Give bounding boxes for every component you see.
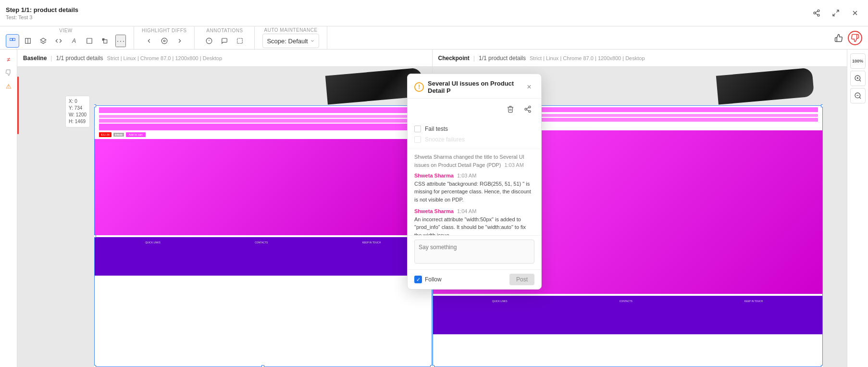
highlight-target-button[interactable] <box>158 34 171 48</box>
svg-rect-15 <box>104 40 107 43</box>
baseline-info: 1/1 product details <box>56 55 103 62</box>
view-group: VIEW A <box>6 28 126 48</box>
highlight-group: HIGHLIGHT DIFFS <box>142 28 186 48</box>
system-message: Shweta Sharma changed the title to Sever… <box>414 153 534 169</box>
annotation-comment-button[interactable] <box>218 34 231 48</box>
snooze-label: Snooze failures <box>425 136 465 143</box>
modal-header: ! Several UI issues on Product Detail P … <box>408 74 541 99</box>
red-marker-left <box>17 76 19 134</box>
toolbar: VIEW A <box>0 26 868 50</box>
fail-tests-checkbox[interactable] <box>414 126 421 132</box>
view-section: VIEW A <box>6 26 134 49</box>
diff-sidebar: ≠ ⚠ <box>0 50 17 367</box>
say-something-input[interactable] <box>414 240 534 264</box>
annotation-region-button[interactable] <box>233 34 247 48</box>
auto-maintenance-controls: Scope: Default <box>262 34 319 48</box>
svg-line-4 <box>816 11 818 13</box>
expand-button[interactable] <box>829 6 843 20</box>
right-sidebar: 100% <box>847 50 868 367</box>
xy-y: Y: 734 <box>69 105 87 112</box>
zoom-in-button[interactable] <box>850 71 866 86</box>
zoom-out-button[interactable] <box>850 88 866 103</box>
message-text-2: An incorrect attribute "width:50px" is a… <box>414 215 534 236</box>
svg-rect-10 <box>13 38 15 41</box>
view-code-button[interactable] <box>52 34 65 48</box>
svg-point-16 <box>161 38 167 44</box>
author-1: Shweta Sharma <box>414 173 454 178</box>
checkpoint-label: Checkpoint <box>438 55 470 62</box>
svg-line-27 <box>859 97 861 99</box>
xy-h: H: 1469 <box>69 118 87 125</box>
time-1: 1:03 AM <box>457 173 476 178</box>
svg-point-29 <box>529 106 531 108</box>
view-controls: A ⋯ <box>6 34 126 48</box>
baseline-canvas: X: 0 Y: 734 W: 1200 H: 1469 <box>17 67 432 367</box>
highlight-prev-button[interactable] <box>142 34 156 48</box>
xy-info-box: X: 0 Y: 734 W: 1200 H: 1469 <box>65 96 90 127</box>
snooze-row[interactable]: Snooze failures <box>414 134 534 145</box>
share-button[interactable] <box>809 6 824 20</box>
annotation-warning-button[interactable] <box>202 34 216 48</box>
follow-row[interactable]: ✓ Follow <box>414 276 442 283</box>
highlight-label: HIGHLIGHT DIFFS <box>142 28 186 33</box>
svg-point-1 <box>814 12 816 14</box>
scope-select[interactable]: Scope: Default <box>262 34 319 48</box>
user-message-2: Shweta Sharma 1:04 AM An incorrect attri… <box>414 207 534 236</box>
diff-indicator-not-equal[interactable]: ≠ <box>3 53 14 65</box>
svg-point-0 <box>818 10 819 12</box>
modal-messages: Shweta Sharma changed the title to Sever… <box>408 149 541 236</box>
diff-indicator-thumbs[interactable] <box>3 67 14 78</box>
view-transform-button[interactable] <box>98 34 112 48</box>
top-bar: Step 1/1: product details Test: Test 3 <box>0 0 868 26</box>
diff-indicator-warning[interactable]: ⚠ <box>3 80 14 92</box>
snooze-checkbox[interactable] <box>414 136 421 143</box>
baseline-panel: Baseline | 1/1 product details Strict | … <box>17 50 432 367</box>
svg-line-23 <box>859 80 861 81</box>
view-selection-button[interactable] <box>83 34 96 48</box>
svg-rect-21 <box>237 38 243 44</box>
view-more-button[interactable]: ⋯ <box>115 35 126 47</box>
svg-rect-9 <box>10 38 12 41</box>
warning-icon: ! <box>414 82 424 92</box>
baseline-magenta-section <box>94 139 432 235</box>
post-button[interactable]: Post <box>509 274 534 285</box>
modal-checks: Fail tests Snooze failures <box>408 120 541 149</box>
modal-input-area <box>408 236 541 270</box>
view-text-button[interactable]: A <box>67 34 81 48</box>
close-button[interactable] <box>848 6 862 20</box>
view-layers-button[interactable] <box>37 34 50 48</box>
checkpoint-details: Strict | Linux | Chrome 87.0 | 1200x800 … <box>530 55 645 61</box>
baseline-label: Baseline <box>23 55 47 62</box>
svg-line-32 <box>527 110 529 111</box>
main-content: ≠ ⚠ Baseline | 1/1 product details Stric… <box>0 50 868 367</box>
checkpoint-footer: QUICK LINKS CONTACTS KEEP IN TOUCH <box>433 296 823 334</box>
fail-tests-row[interactable]: Fail tests <box>414 124 534 134</box>
svg-point-30 <box>525 108 527 110</box>
follow-label: Follow <box>425 276 442 283</box>
svg-point-2 <box>818 14 819 16</box>
svg-point-17 <box>163 40 165 42</box>
thumbs-up-button[interactable] <box>831 31 846 45</box>
step-title: Step 1/1: product details <box>6 6 78 13</box>
highlight-next-button[interactable] <box>173 34 186 48</box>
baseline-details: Strict | Linux | Chrome 87.0 | 1200x800 … <box>107 55 223 61</box>
delete-button[interactable] <box>504 102 517 116</box>
modal-footer: ✓ Follow Post <box>408 270 541 289</box>
fit-to-screen-button[interactable]: 100% <box>850 53 866 69</box>
thumbs-down-button[interactable] <box>848 31 862 45</box>
svg-line-3 <box>816 13 818 15</box>
share-annotation-button[interactable] <box>521 102 534 116</box>
author-2: Shweta Sharma <box>414 208 454 214</box>
xy-w: W: 1200 <box>69 112 87 118</box>
follow-checkbox[interactable]: ✓ <box>414 276 422 283</box>
modal-close-button[interactable]: × <box>524 82 534 92</box>
user-message-1: Shweta Sharma 1:03 AM CSS attribute "bac… <box>414 172 534 203</box>
baseline-page: $32.00 $48.00 Add to cart QUICK LINKS CO… <box>94 105 432 367</box>
annotations-controls <box>202 34 247 48</box>
svg-line-6 <box>833 13 835 16</box>
fit-label: 100% <box>852 59 863 63</box>
modal-actions <box>408 99 541 120</box>
view-grid-button[interactable] <box>6 34 19 48</box>
modal-title: Several UI issues on Product Detail P <box>428 80 520 94</box>
view-split-button[interactable] <box>21 34 35 48</box>
